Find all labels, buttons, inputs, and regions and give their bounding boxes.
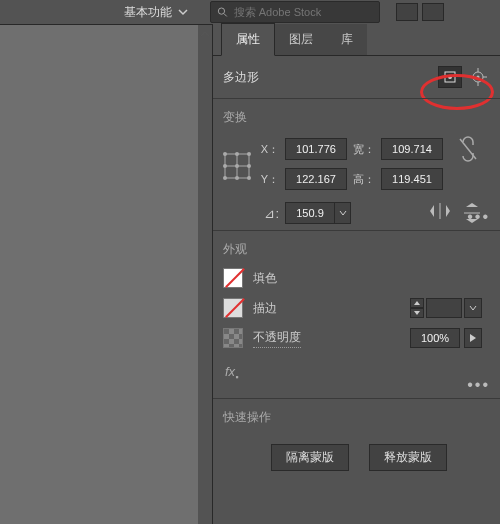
svg-point-18 xyxy=(247,164,251,168)
angle-value[interactable] xyxy=(286,207,334,219)
search-input[interactable] xyxy=(234,6,373,18)
y-label: Y： xyxy=(257,172,279,187)
stroke-weight-dropdown[interactable] xyxy=(464,298,482,318)
scrollbar[interactable] xyxy=(198,25,212,524)
chevron-down-icon xyxy=(178,7,188,17)
appearance-section: 外观 填色 描边 xyxy=(213,230,500,398)
quick-ops-section: 快速操作 隔离蒙版 释放蒙版 xyxy=(213,398,500,471)
w-label: 宽： xyxy=(353,142,375,157)
svg-point-13 xyxy=(223,152,227,156)
stroke-swatch[interactable] xyxy=(223,298,243,318)
workspace-dropdown[interactable]: 基本功能 xyxy=(120,2,192,23)
appearance-title: 外观 xyxy=(223,241,490,258)
width-input[interactable] xyxy=(381,138,443,160)
fx-label[interactable]: fx▪ xyxy=(225,364,238,382)
angle-input[interactable] xyxy=(285,202,351,224)
tab-libraries[interactable]: 库 xyxy=(327,24,367,55)
opacity-swatch[interactable] xyxy=(223,328,243,348)
screen-mode-icon[interactable] xyxy=(422,3,444,21)
height-input[interactable] xyxy=(381,168,443,190)
angle-label: ⊿: xyxy=(263,206,279,221)
svg-point-20 xyxy=(235,176,239,180)
svg-point-3 xyxy=(448,75,452,79)
edit-shape-icon[interactable] xyxy=(438,66,462,88)
x-input[interactable] xyxy=(285,138,347,160)
svg-point-5 xyxy=(477,76,480,79)
svg-point-16 xyxy=(223,164,227,168)
transform-section: 变换 X： 宽： xyxy=(213,98,500,230)
stroke-weight-field[interactable] xyxy=(426,298,462,318)
arrange-windows-icon[interactable] xyxy=(396,3,418,21)
shape-type-label: 多边形 xyxy=(223,69,259,86)
appearance-more-icon[interactable]: ••• xyxy=(467,376,490,394)
y-input[interactable] xyxy=(285,168,347,190)
stroke-label: 描边 xyxy=(253,300,277,317)
svg-line-1 xyxy=(224,14,227,17)
search-icon xyxy=(217,6,228,18)
constrain-proportions-icon[interactable] xyxy=(457,136,479,162)
panel-tabs: 属性 图层 库 xyxy=(213,24,500,56)
stroke-weight-stepper[interactable] xyxy=(410,298,424,318)
flip-horizontal-icon[interactable] xyxy=(430,203,450,219)
workspace-label: 基本功能 xyxy=(124,4,172,21)
svg-point-19 xyxy=(223,176,227,180)
fill-swatch[interactable] xyxy=(223,268,243,288)
fill-label: 填色 xyxy=(253,270,277,287)
h-label: 高： xyxy=(353,172,375,187)
more-options-icon[interactable]: ••• xyxy=(467,208,490,226)
svg-point-15 xyxy=(247,152,251,156)
quick-ops-title: 快速操作 xyxy=(223,409,490,426)
opacity-label: 不透明度 xyxy=(253,329,301,348)
search-field[interactable] xyxy=(210,1,380,23)
tab-layers[interactable]: 图层 xyxy=(275,24,327,55)
x-label: X： xyxy=(257,142,279,157)
tab-properties[interactable]: 属性 xyxy=(221,23,275,56)
isolate-mask-button[interactable]: 隔离蒙版 xyxy=(271,444,349,471)
svg-point-17 xyxy=(235,164,239,168)
canvas-area[interactable] xyxy=(0,24,212,524)
svg-point-14 xyxy=(235,152,239,156)
opacity-value[interactable]: 100% xyxy=(410,328,460,348)
reference-point-icon[interactable] xyxy=(223,152,251,180)
angle-dropdown[interactable] xyxy=(334,203,350,223)
release-mask-button[interactable]: 释放蒙版 xyxy=(369,444,447,471)
scroll-up-icon[interactable] xyxy=(200,29,210,39)
opacity-arrow[interactable] xyxy=(464,328,482,348)
svg-point-0 xyxy=(218,8,224,14)
svg-point-21 xyxy=(247,176,251,180)
target-icon[interactable] xyxy=(466,66,490,88)
transform-title: 变换 xyxy=(223,109,490,126)
